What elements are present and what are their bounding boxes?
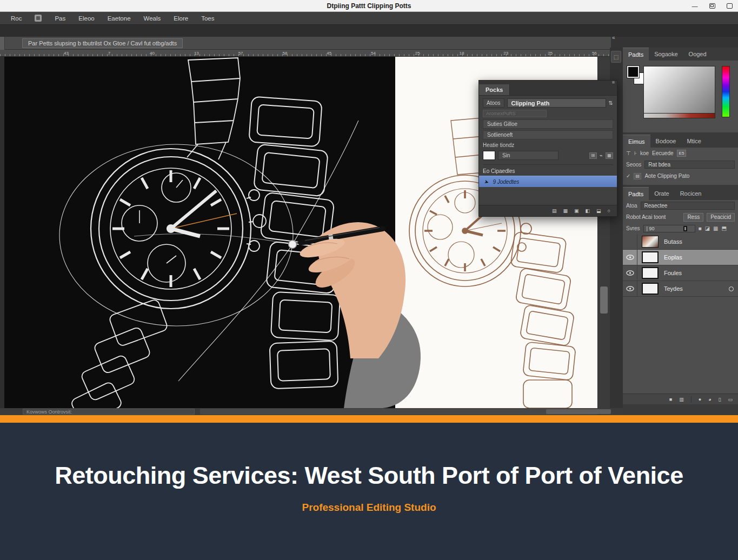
mode-value[interactable]: Eecuede — [652, 150, 673, 156]
expand-icon[interactable]: ⊞ — [589, 152, 597, 159]
tab-bodooe[interactable]: Bodooe — [650, 135, 682, 148]
new-layer-icon[interactable]: ▯ — [719, 397, 721, 402]
window-title: Dtpiing Pattt Clipping Potts — [327, 2, 411, 10]
option-row-suties[interactable]: Suties Gilloe — [483, 119, 613, 129]
ruler-numbers: 43 7 40 13 57 58 45 54 25 18 23 25 56 — [64, 50, 597, 56]
auto-clipping-label[interactable]: Aote Clipping Pato — [644, 173, 689, 179]
eye-icon[interactable] — [626, 270, 634, 276]
tab-mtice[interactable]: Mtice — [682, 135, 707, 148]
path-color-swatch[interactable] — [483, 151, 495, 160]
adjustment-layer-icon[interactable]: ● — [699, 397, 701, 402]
stroke-path-icon[interactable]: ▦ — [563, 208, 568, 214]
peacicid-button[interactable]: Peacicid — [707, 213, 735, 222]
eye-icon[interactable] — [626, 255, 634, 260]
shade-strip[interactable] — [643, 114, 715, 118]
mask-icon[interactable] — [729, 286, 734, 291]
eye-icon[interactable] — [626, 286, 634, 291]
tab-ooged[interactable]: Ooged — [683, 48, 712, 61]
tab-orate[interactable]: Orate — [649, 187, 675, 200]
align-icon[interactable]: ⊦ — [634, 150, 637, 156]
restore-icon[interactable] — [708, 2, 716, 10]
seoos-field[interactable]: Rat bdea — [644, 161, 735, 169]
group-layers-icon[interactable]: ▥ — [679, 397, 684, 402]
horizontal-scroll-thumb[interactable] — [546, 409, 611, 414]
check-icon[interactable]: ✓ — [626, 173, 630, 179]
tab-rocicen[interactable]: Rocicen — [675, 187, 707, 200]
layer-name[interactable]: Foules — [664, 270, 682, 276]
menu-item-pas[interactable]: Pas — [55, 15, 65, 22]
mode-badge[interactable]: E5 — [677, 150, 687, 157]
lock-row: Robot Acai toont Ress Peacicid — [623, 211, 738, 223]
layer-row-teydes[interactable]: Teydes — [623, 281, 738, 297]
visibility-cell[interactable] — [623, 281, 637, 296]
sin-input[interactable]: Sin — [498, 151, 559, 160]
panel-drag-handle[interactable]: ≡ — [479, 81, 617, 84]
vertical-scroll-thumb[interactable] — [600, 286, 608, 314]
layer-thumbnail[interactable] — [642, 251, 659, 263]
ress-button[interactable]: Ress — [683, 213, 703, 222]
properties-panel-tabs: Eimus Bodooe Mtice — [623, 135, 738, 148]
curve-icon[interactable]: ⌁ — [600, 152, 603, 158]
make-path-icon[interactable]: ◧ — [586, 208, 590, 214]
menu-item-toes[interactable]: Toes — [201, 15, 214, 22]
menu-item-eleoo[interactable]: Eleoo — [78, 15, 94, 22]
layer-name[interactable]: Eoplas — [664, 254, 682, 261]
menu-item-roc[interactable]: Roc — [11, 15, 22, 22]
horizontal-scrollbar[interactable] — [200, 409, 597, 415]
saturation-field[interactable] — [643, 66, 715, 114]
lock-fill-icon[interactable]: ■ — [699, 225, 702, 231]
transform-icon[interactable]: ⊤ — [626, 150, 631, 156]
collapse-panels-icon[interactable]: « — [612, 35, 615, 41]
layer-name[interactable]: Butass — [664, 238, 682, 245]
visibility-cell[interactable] — [623, 265, 637, 281]
tool-options-text[interactable]: Par Petts slupsing b tbutrilst Ox Gtoe /… — [22, 38, 183, 48]
foreground-color-swatch[interactable] — [627, 66, 639, 78]
tab-layers-padts[interactable]: Padts — [623, 187, 649, 200]
path-type-select[interactable]: Clipping Path — [507, 98, 606, 108]
select-arrows-icon[interactable]: ⇅ — [609, 100, 613, 106]
menu-item-eaetone[interactable]: Eaetone — [108, 15, 131, 22]
load-selection-icon[interactable]: ▣ — [574, 208, 579, 214]
lock-position-icon[interactable]: ▦ — [713, 225, 718, 231]
tab-padts[interactable]: Padts — [623, 48, 649, 61]
layer-thumbnail-photo[interactable] — [642, 236, 659, 248]
blend-mode-select[interactable]: Reaectee — [641, 202, 735, 210]
layer-thumbnail[interactable] — [642, 267, 659, 279]
banner-subtitle: Professional Editing Studio — [302, 502, 436, 514]
stamp-tool-icon[interactable] — [35, 15, 42, 22]
fill-path-icon[interactable]: ▤ — [552, 208, 557, 214]
marquee-tool-icon[interactable]: ⬚ — [611, 51, 621, 63]
lock-pixels-icon[interactable]: ◪ — [705, 225, 710, 231]
tab-sogaoke[interactable]: Sogaoke — [649, 48, 683, 61]
visibility-cell[interactable] — [623, 250, 637, 265]
layer-row-foules[interactable]: Foules — [623, 265, 738, 281]
minimize-icon[interactable]: — — [690, 2, 699, 10]
workspace-gap — [0, 25, 738, 37]
layer-row-butass[interactable]: Butass — [623, 234, 738, 250]
delete-path-icon[interactable]: ○ — [608, 208, 610, 214]
layer-thumbnail[interactable] — [642, 283, 659, 295]
disabled-option: AromexPuRS — [483, 110, 547, 117]
fill-layer-icon[interactable]: ■ — [669, 397, 672, 402]
delete-layer-icon[interactable]: ▭ — [728, 397, 733, 402]
layers-empty-area — [623, 297, 738, 394]
grid-icon[interactable]: ▦ — [606, 152, 613, 159]
page-icon[interactable]: ▤ — [634, 173, 641, 179]
panel-menu-icon[interactable]: ≡ — [612, 79, 615, 85]
hue-slider[interactable] — [722, 66, 730, 117]
new-path-icon[interactable]: ⬓ — [596, 208, 601, 214]
maximize-icon[interactable] — [725, 2, 734, 10]
visibility-cell[interactable] — [623, 234, 637, 249]
option-row-sotlie[interactable]: Sotlienoeft — [483, 130, 613, 139]
layer-row-eoplas[interactable]: Eoplas — [623, 250, 738, 265]
menu-item-elore[interactable]: Elore — [174, 15, 188, 22]
tab-pocks[interactable]: Pocks — [479, 84, 510, 95]
opacity-slider[interactable]: | 90 — [643, 225, 695, 232]
mask-layer-icon[interactable]: ◕ — [708, 397, 711, 402]
tab-eimus[interactable]: Eimus — [623, 135, 650, 148]
menu-item-weals[interactable]: Weals — [144, 15, 161, 22]
lock-all-icon[interactable]: ⬒ — [722, 225, 727, 231]
layer-name[interactable]: Teydes — [664, 285, 683, 292]
selected-path-item[interactable]: ➤ 9 Jodedtes — [479, 176, 617, 187]
opacity-slider-thumb[interactable] — [683, 226, 687, 231]
